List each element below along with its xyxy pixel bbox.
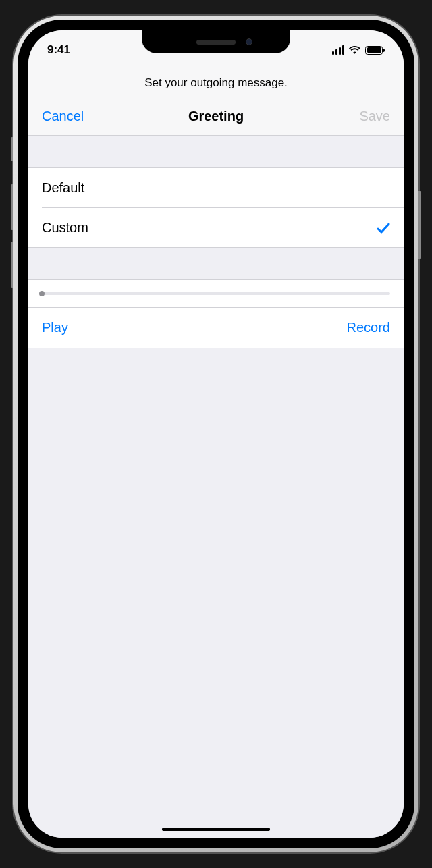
cancel-button[interactable]: Cancel — [42, 109, 103, 124]
playback-slider[interactable] — [42, 292, 390, 295]
option-label: Custom — [42, 220, 88, 236]
option-label: Default — [42, 180, 84, 196]
phone-frame: 9:41 — [14, 16, 418, 852]
page-subtitle: Set your outgoing message. — [28, 64, 404, 101]
notch — [142, 30, 290, 53]
home-indicator[interactable] — [162, 828, 270, 831]
front-camera — [246, 38, 252, 45]
mute-switch — [11, 137, 14, 161]
section-spacer — [28, 248, 404, 280]
cellular-signal-icon — [332, 45, 345, 55]
save-button[interactable]: Save — [329, 109, 390, 124]
speaker-grille — [196, 40, 236, 45]
checkmark-icon — [377, 222, 390, 234]
greeting-option-default[interactable]: Default — [28, 168, 404, 208]
empty-area — [28, 348, 404, 838]
screen: 9:41 — [28, 30, 404, 838]
wifi-icon — [348, 45, 361, 55]
battery-icon — [365, 46, 385, 55]
nav-bar: Cancel Greeting Save — [28, 101, 404, 136]
page-title: Greeting — [188, 109, 244, 124]
playback-thumb[interactable] — [39, 291, 45, 296]
record-button[interactable]: Record — [347, 320, 390, 335]
volume-up-button — [11, 184, 14, 230]
status-time: 9:41 — [47, 38, 128, 57]
action-row: Play Record — [28, 308, 404, 348]
section-spacer — [28, 136, 404, 168]
play-button[interactable]: Play — [42, 320, 68, 335]
volume-down-button — [11, 242, 14, 288]
playback-progress-row — [28, 280, 404, 308]
phone-bezel: 9:41 — [18, 20, 414, 848]
power-button — [418, 191, 421, 259]
greeting-option-custom[interactable]: Custom — [28, 208, 404, 248]
